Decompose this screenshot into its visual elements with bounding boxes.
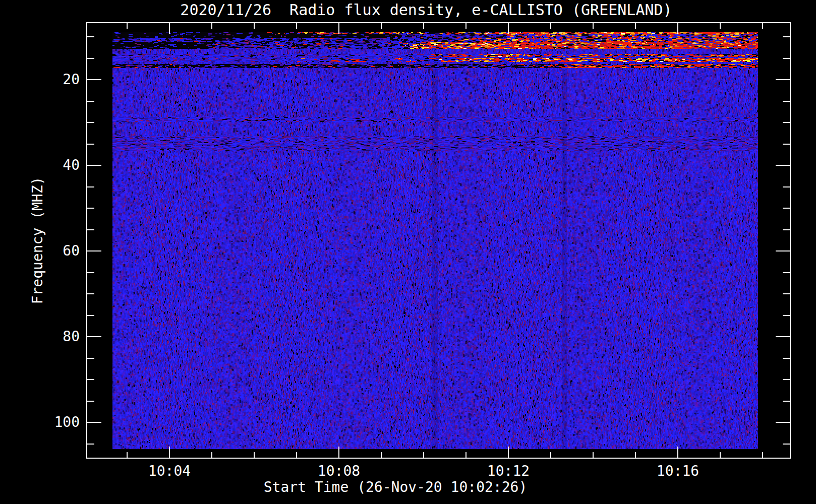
- tick-mark: [465, 452, 467, 458]
- y-axis-title: Frequency (MHZ): [29, 177, 46, 304]
- x-tick-label: 10:04: [148, 463, 191, 479]
- tick-mark: [783, 401, 790, 402]
- tick-mark: [211, 452, 212, 458]
- tick-mark: [87, 79, 101, 80]
- tick-mark: [87, 101, 94, 102]
- tick-mark: [169, 23, 170, 34]
- tick-mark: [776, 165, 790, 166]
- tick-mark: [783, 444, 790, 445]
- tick-mark: [87, 401, 94, 402]
- tick-mark: [87, 379, 94, 380]
- chart-title: 2020/11/26 Radio flux density, e-CALLIST…: [180, 1, 672, 19]
- tick-mark: [776, 250, 790, 251]
- tick-mark: [87, 186, 94, 187]
- y-tick-label: 20: [0, 72, 80, 88]
- tick-mark: [87, 144, 94, 145]
- tick-mark: [762, 452, 763, 458]
- tick-mark: [211, 23, 212, 29]
- tick-mark: [87, 208, 94, 209]
- tick-mark: [87, 422, 101, 423]
- tick-mark: [87, 58, 94, 59]
- tick-mark: [508, 23, 509, 34]
- tick-mark: [381, 452, 382, 458]
- tick-mark: [254, 452, 255, 458]
- tick-mark: [593, 452, 594, 458]
- tick-mark: [783, 229, 790, 230]
- tick-mark: [87, 444, 94, 445]
- tick-mark: [783, 144, 790, 145]
- tick-mark: [783, 186, 790, 187]
- tick-mark: [87, 36, 94, 37]
- spectrogram-screen: 2020/11/26 Radio flux density, e-CALLIST…: [0, 0, 816, 504]
- tick-mark: [635, 23, 636, 29]
- tick-mark: [338, 23, 339, 34]
- tick-mark: [783, 101, 790, 102]
- plot-frame: [86, 22, 791, 459]
- tick-mark: [783, 358, 790, 359]
- tick-mark: [783, 58, 790, 59]
- tick-mark: [127, 23, 128, 29]
- tick-mark: [87, 336, 101, 337]
- tick-mark: [783, 272, 790, 273]
- tick-mark: [338, 447, 339, 458]
- tick-mark: [635, 452, 636, 458]
- tick-mark: [550, 452, 551, 458]
- tick-mark: [783, 208, 790, 209]
- tick-mark: [783, 315, 790, 316]
- tick-mark: [87, 250, 101, 251]
- tick-mark: [783, 122, 790, 123]
- tick-mark: [127, 452, 128, 458]
- tick-mark: [783, 379, 790, 380]
- tick-mark: [381, 23, 382, 29]
- tick-mark: [296, 452, 297, 458]
- y-tick-label: 40: [0, 157, 80, 173]
- tick-mark: [87, 293, 94, 294]
- tick-mark: [720, 452, 721, 458]
- tick-mark: [87, 122, 94, 123]
- tick-mark: [783, 293, 790, 294]
- tick-mark: [87, 165, 101, 166]
- tick-mark: [783, 36, 790, 37]
- x-tick-label: 10:08: [318, 463, 360, 479]
- tick-mark: [423, 23, 424, 29]
- tick-mark: [508, 447, 509, 458]
- tick-mark: [423, 452, 424, 458]
- tick-mark: [776, 79, 790, 80]
- tick-mark: [296, 23, 297, 29]
- tick-mark: [550, 23, 551, 29]
- y-tick-label: 80: [0, 329, 80, 345]
- y-tick-label: 60: [0, 243, 80, 259]
- tick-mark: [677, 23, 678, 34]
- tick-mark: [87, 229, 94, 230]
- tick-mark: [593, 23, 594, 29]
- tick-mark: [87, 272, 94, 273]
- tick-mark: [677, 447, 678, 458]
- x-tick-label: 10:12: [487, 463, 530, 479]
- tick-mark: [762, 23, 763, 29]
- tick-mark: [87, 358, 94, 359]
- tick-mark: [169, 447, 170, 458]
- tick-mark: [776, 422, 790, 423]
- tick-mark: [465, 23, 467, 29]
- tick-mark: [87, 315, 94, 316]
- tick-mark: [254, 23, 255, 29]
- tick-mark: [720, 23, 721, 29]
- tick-mark: [776, 336, 790, 337]
- x-tick-label: 10:16: [657, 463, 699, 479]
- y-tick-label: 100: [0, 414, 80, 430]
- x-axis-title: Start Time (26-Nov-20 10:02:26): [264, 479, 528, 495]
